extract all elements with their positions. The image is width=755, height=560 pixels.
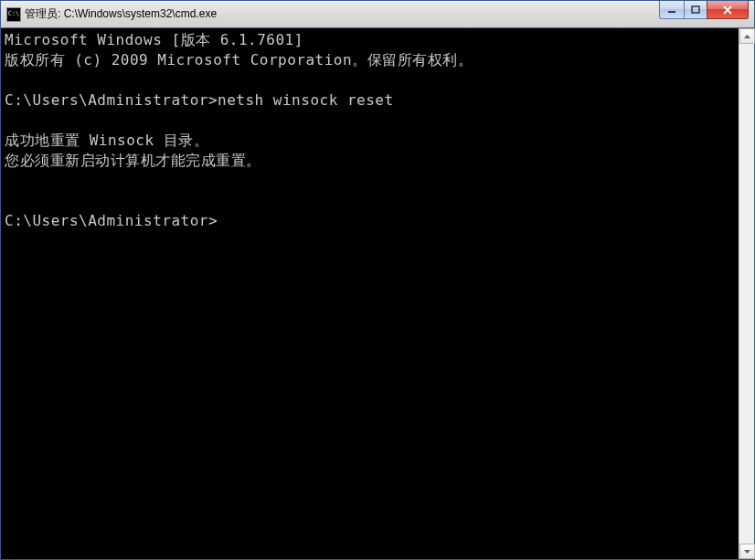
terminal-output[interactable]: Microsoft Windows [版本 6.1.7601] 版权所有 (c)…	[1, 28, 739, 559]
maximize-button[interactable]	[684, 1, 707, 19]
close-icon	[722, 5, 733, 15]
minimize-icon	[667, 5, 676, 15]
svg-rect-0	[668, 11, 675, 13]
scroll-down-button[interactable]	[739, 544, 755, 559]
maximize-icon	[691, 5, 700, 15]
close-button[interactable]	[707, 1, 749, 19]
scroll-up-button[interactable]	[739, 28, 755, 44]
minimize-button[interactable]	[659, 1, 685, 19]
scroll-track[interactable]	[739, 44, 754, 544]
chevron-up-icon	[744, 35, 750, 38]
cmd-icon: C:\	[6, 7, 21, 22]
chevron-down-icon	[744, 550, 750, 554]
titlebar[interactable]: C:\ 管理员: C:\Windows\system32\cmd.exe	[1, 1, 754, 28]
vertical-scrollbar[interactable]	[739, 28, 754, 559]
window-controls	[660, 1, 754, 27]
cmd-icon-text: C:\	[8, 11, 20, 17]
terminal-area: Microsoft Windows [版本 6.1.7601] 版权所有 (c)…	[1, 28, 754, 559]
cmd-window: C:\ 管理员: C:\Windows\system32\cmd.exe Mic…	[0, 0, 755, 560]
svg-rect-1	[692, 6, 699, 13]
window-title: 管理员: C:\Windows\system32\cmd.exe	[25, 6, 660, 22]
